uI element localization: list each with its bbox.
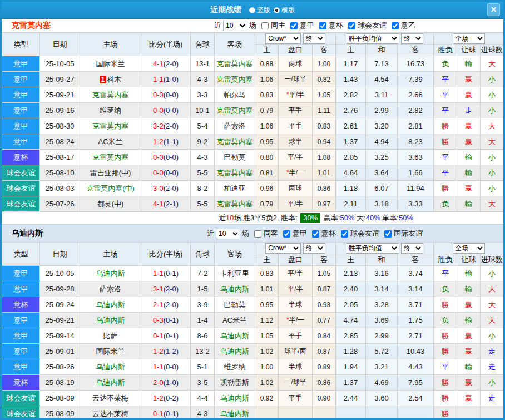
- league-filter-checkbox[interactable]: [348, 22, 355, 29]
- avg-away: [398, 406, 434, 420]
- odds-handicap: *半/一: [279, 165, 313, 181]
- league-filter-label: 球会友谊: [358, 21, 387, 31]
- match-row: 意甲25-08-26乌迪内斯1-1(0-0)5-1维罗纳1.00半球0.891.…: [2, 359, 504, 375]
- match-count-select[interactable]: 10: [223, 21, 247, 31]
- odds-final-select[interactable]: 终: [303, 243, 325, 254]
- summary-part: 30%: [300, 213, 320, 223]
- corners: 4-3: [191, 72, 215, 87]
- odds-source-select[interactable]: Crow*: [265, 243, 301, 254]
- corners: 5-5: [191, 196, 215, 212]
- view-mode-horizontal[interactable]: 横版: [274, 6, 295, 15]
- horizontal-radio-label: 横版: [281, 6, 295, 15]
- halftime-score: (0-0): [164, 106, 179, 115]
- match-score: 4-1(2-0): [141, 56, 191, 72]
- scope-select[interactable]: 全场: [453, 33, 485, 44]
- horizontal-radio[interactable]: [274, 7, 280, 13]
- result-outcome: 平: [434, 359, 457, 375]
- home-team-name: 维罗纳: [100, 106, 121, 115]
- avg-final-select[interactable]: 终: [401, 33, 423, 44]
- fulltime-score: 2-1: [153, 300, 164, 309]
- result-handicap: 赢: [457, 297, 481, 313]
- summary-part: 赢率:: [321, 214, 340, 222]
- avg-select[interactable]: 胜平负均值: [346, 243, 399, 254]
- odds-handicap: 两球: [279, 181, 313, 196]
- avg-home: 1.43: [336, 72, 366, 87]
- match-count-select[interactable]: 10: [216, 229, 240, 239]
- league-filter-label: 意甲: [300, 21, 314, 31]
- league-badge: 意甲: [2, 328, 40, 344]
- match-score: 1-1(0-0): [141, 359, 191, 375]
- scope-select[interactable]: 全场: [453, 243, 485, 254]
- away-team: 乌迪内斯: [215, 281, 255, 297]
- away-team-name: 卡利亚里: [220, 269, 249, 278]
- home-team-name: 国际米兰: [96, 347, 125, 355]
- fulltime-score: 3-2: [153, 122, 164, 130]
- odds-home: 1.02: [255, 375, 279, 391]
- col-header-home: 主场: [80, 243, 141, 266]
- col-header-avg-away: 客: [398, 254, 434, 266]
- away-team-name: 克雷莫内塞: [217, 169, 253, 177]
- fulltime-score: 1-1: [153, 269, 164, 278]
- corners: 3-3: [191, 87, 215, 103]
- fulltime-score: 1-2: [153, 347, 164, 355]
- away-team: 萨索洛: [215, 118, 255, 134]
- summary-part: 50%: [399, 214, 413, 222]
- avg-select[interactable]: 胜平负均值: [346, 33, 399, 44]
- league-filter-checkbox[interactable]: [341, 230, 348, 238]
- league-filter-checkbox[interactable]: [319, 22, 326, 29]
- odds-home: 0.83: [255, 87, 279, 103]
- result-goals: 大: [481, 196, 504, 212]
- view-mode-vertical[interactable]: 竖版: [249, 6, 270, 15]
- result-goals: 小: [481, 87, 504, 103]
- result-handicap: 輸: [457, 150, 481, 165]
- col-header-avg-home: 主: [336, 45, 366, 56]
- home-team: 维罗纳: [80, 103, 141, 118]
- close-button[interactable]: ✕: [487, 3, 500, 16]
- same-home-checkbox[interactable]: [261, 22, 269, 29]
- odds-away: 0.89: [313, 359, 336, 375]
- avg-away: 7.39: [398, 72, 434, 87]
- vertical-radio[interactable]: [249, 7, 255, 13]
- result-outcome: 勝: [434, 118, 457, 134]
- league-filter-checkbox[interactable]: [283, 230, 290, 238]
- avg-home: 2.11: [336, 196, 366, 212]
- result-handicap: 輸: [457, 165, 481, 181]
- league-filter-checkbox[interactable]: [384, 230, 392, 238]
- result-handicap: 赢: [457, 328, 481, 344]
- corners: 8-2: [191, 181, 215, 196]
- avg-home: 1.28: [336, 344, 366, 359]
- home-team: 云达不莱梅: [80, 391, 141, 406]
- same-away-checkbox[interactable]: [254, 230, 261, 238]
- home-team: 1科木: [80, 72, 141, 87]
- league-filter-checkbox[interactable]: [312, 230, 319, 238]
- odds-final-select[interactable]: 终: [303, 33, 325, 44]
- result-handicap: 赢: [457, 391, 481, 406]
- avg-home: 2.13: [336, 266, 366, 281]
- league-filter-checkbox[interactable]: [392, 22, 399, 29]
- match-date: 25-08-03: [40, 181, 80, 196]
- match-date: 25-08-30: [40, 118, 80, 134]
- col-header-goals: 进球数: [481, 45, 504, 56]
- home-team-name: 国际米兰: [96, 60, 125, 68]
- avg-home: 2.76: [336, 103, 366, 118]
- halftime-score: (0-1): [164, 332, 179, 340]
- league-filter-label: 意杯: [321, 229, 336, 239]
- odds-source-select[interactable]: Crow*: [265, 33, 301, 44]
- odds-away: 1.11: [313, 103, 336, 118]
- league-filter-checkbox[interactable]: [290, 22, 298, 29]
- col-header-odds-home: 主: [255, 254, 279, 266]
- league-badge: 意杯: [2, 375, 40, 391]
- corners: 1-5: [191, 281, 215, 297]
- match-score: 4-1(2-1): [141, 196, 191, 212]
- avg-away: 2.66: [398, 87, 434, 103]
- summary-part: 大:: [354, 214, 365, 222]
- fulltime-score: 1-2: [153, 137, 164, 146]
- league-badge: 意甲: [2, 72, 40, 87]
- away-team: 卡利亚里: [215, 266, 255, 281]
- match-score: 1-2(1-1): [141, 134, 191, 150]
- home-team: AC米兰: [80, 134, 141, 150]
- same-home-label: 同主: [271, 21, 285, 31]
- avg-final-select[interactable]: 终: [401, 243, 423, 254]
- avg-draw: 3.25: [366, 150, 398, 165]
- avg-home: 1.17: [336, 56, 366, 72]
